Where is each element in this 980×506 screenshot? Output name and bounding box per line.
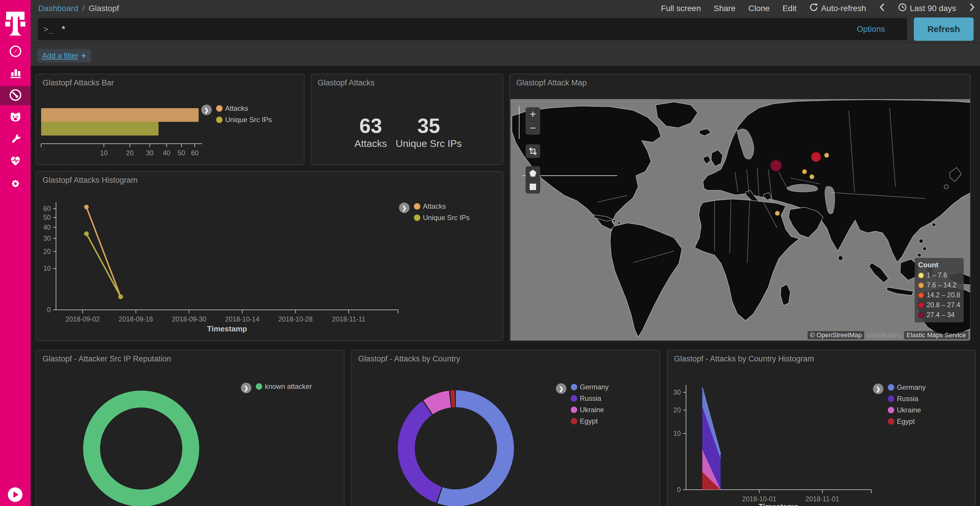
legend-item[interactable]: Unique Src IPs	[216, 116, 272, 124]
attack-map[interactable]: + − Count 1 – 7.67.6 – 14.214.2 – 20.820…	[511, 99, 970, 341]
search-input[interactable]: >_ * Options	[38, 18, 907, 40]
legend-dot	[216, 105, 223, 112]
legend-item[interactable]: known attacker	[256, 383, 312, 390]
play-circle-icon	[8, 498, 23, 503]
legend-range: 27.4 – 34	[927, 311, 955, 319]
panel-title: Glastopf Attacks	[318, 78, 374, 87]
compass-icon	[9, 44, 22, 59]
legend-dot	[888, 395, 894, 402]
add-filter-button[interactable]: Add a filter +	[37, 49, 91, 62]
sidebar-item-dashboard[interactable]	[0, 86, 30, 105]
legend-toggle-arrow[interactable]: ❯	[399, 203, 409, 213]
legend-item[interactable]: Ukraine	[571, 406, 609, 414]
gear-icon	[9, 177, 22, 192]
map-legend-title: Count	[918, 261, 960, 269]
time-picker-button[interactable]: Last 90 days	[898, 3, 956, 14]
legend-item[interactable]: Germany	[888, 384, 926, 391]
legend-item[interactable]: Attacks	[216, 105, 272, 112]
sidebar-collapse-button[interactable]	[8, 487, 23, 503]
map-legend-item: 1 – 7.6	[918, 271, 960, 279]
sidebar-item-monitoring[interactable]	[0, 150, 30, 172]
legend: ❯known attacker	[241, 383, 312, 393]
map-legend-item: 20.8 – 27.4	[918, 301, 960, 309]
query-value[interactable]: *	[62, 24, 65, 35]
legend-dot	[414, 214, 420, 221]
t-logo-icon[interactable]	[0, 3, 30, 38]
clone-button[interactable]: Clone	[748, 4, 770, 13]
full-screen-button[interactable]: Full screen	[661, 4, 701, 13]
bear-icon	[9, 111, 22, 125]
panel-attacks-histogram: Glastopf Attacks Histogram 0102030405060…	[36, 171, 503, 341]
svg-text:2018-11-01: 2018-11-01	[806, 495, 839, 503]
legend-item[interactable]: Russia	[888, 395, 926, 403]
svg-text:2018-09-30: 2018-09-30	[172, 316, 206, 323]
sidebar-item-management[interactable]	[0, 173, 30, 195]
legend-toggle-arrow[interactable]: ❯	[556, 383, 566, 394]
reputation-donut-chart[interactable]	[36, 351, 344, 506]
zoom-in-button[interactable]: +	[526, 107, 540, 121]
sidebar-item-discover[interactable]	[0, 41, 30, 63]
svg-text:30: 30	[146, 149, 154, 157]
legend-label: Unique Src IPs	[423, 214, 469, 222]
sidebar-item-dev-tools[interactable]	[0, 129, 30, 151]
legend-item[interactable]: Ukraine	[888, 406, 926, 414]
legend-item[interactable]: Attacks	[414, 203, 469, 210]
elastic-maps-link[interactable]: Elastic Maps Service	[904, 331, 968, 339]
map-count-legend: Count 1 – 7.67.6 – 14.214.2 – 20.820.8 –…	[915, 258, 964, 322]
panel-title: Glastopf Attack Map	[516, 78, 587, 87]
nav-actions: Full screen Share Clone Edit Auto-refres…	[661, 3, 975, 14]
legend-toggle-arrow[interactable]: ❯	[873, 384, 883, 394]
options-link[interactable]: Options	[857, 24, 885, 34]
refresh-button[interactable]: Refresh	[914, 17, 974, 41]
fit-bounds-icon[interactable]	[526, 144, 540, 158]
svg-text:60: 60	[43, 205, 51, 213]
legend-item[interactable]: Germany	[571, 383, 609, 391]
bar-chart-icon	[9, 66, 22, 80]
legend-dot	[918, 282, 924, 288]
legend-dot	[256, 383, 262, 390]
attacks-histogram-chart[interactable]: 01020304050602018-09-022018-09-162018-09…	[36, 172, 503, 341]
draw-polygon-button[interactable]	[526, 166, 540, 180]
legend: ❯GermanyRussiaUkraineEgypt	[556, 383, 609, 425]
openstreetmap-link[interactable]: © OpenStreetMap	[808, 331, 864, 339]
legend-dot	[918, 292, 924, 298]
gauge-icon	[9, 88, 22, 103]
legend-item[interactable]: Unique Src IPs	[414, 214, 469, 222]
legend-item[interactable]: Russia	[571, 395, 609, 402]
query-prompt-icon: >_	[44, 25, 53, 33]
time-forward-button[interactable]	[969, 3, 975, 14]
legend-label: Ukraine	[580, 406, 604, 414]
svg-text:Timestamp: Timestamp	[207, 324, 247, 333]
legend-dot	[571, 384, 577, 390]
legend-label: Russia	[580, 395, 601, 402]
breadcrumb-dashboard-link[interactable]: Dashboard	[38, 4, 78, 13]
refresh-icon	[810, 3, 818, 14]
svg-text:20: 20	[126, 149, 134, 157]
svg-text:40: 40	[43, 224, 51, 231]
zoom-out-button[interactable]: −	[526, 121, 540, 135]
world-map[interactable]	[511, 99, 970, 341]
legend-label: Ukraine	[897, 406, 921, 414]
time-back-button[interactable]	[879, 3, 885, 14]
edit-button[interactable]: Edit	[783, 4, 797, 13]
plus-icon: +	[81, 51, 86, 60]
legend-dot	[888, 407, 894, 413]
sidebar	[0, 0, 30, 506]
share-button[interactable]: Share	[714, 4, 736, 13]
map-fit-control	[526, 144, 540, 158]
sidebar-item-visualize[interactable]	[0, 62, 30, 84]
legend-toggle-arrow[interactable]: ❯	[241, 383, 251, 393]
country-donut-chart[interactable]	[352, 351, 660, 506]
sidebar-item-timelion[interactable]	[0, 107, 30, 129]
draw-rectangle-button[interactable]	[526, 180, 540, 194]
svg-text:50: 50	[178, 149, 185, 157]
auto-refresh-button[interactable]: Auto-refresh	[810, 3, 866, 14]
legend-item[interactable]: Egypt	[888, 418, 926, 425]
svg-text:2018-10-01: 2018-10-01	[742, 495, 776, 503]
legend-item[interactable]: Egypt	[571, 417, 609, 425]
svg-text:0: 0	[47, 306, 51, 314]
legend-toggle-arrow[interactable]: ❯	[201, 105, 212, 115]
panel-attacks-bar: Glastopf Attacks Bar 102030405060 ❯Attac…	[36, 74, 304, 165]
country-histogram-chart[interactable]: 01020302018-10-012018-11-01Timestamp	[668, 351, 975, 506]
panel-title: Glastopf - Attacker Src IP Reputation	[43, 354, 171, 363]
